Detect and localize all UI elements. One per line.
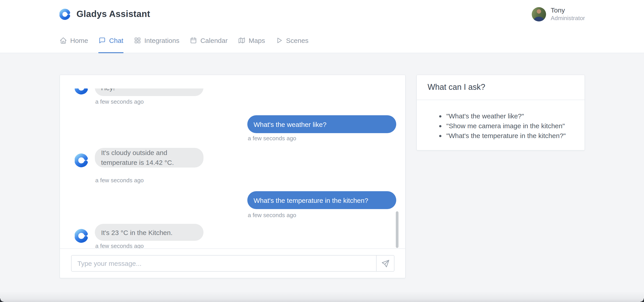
suggestion-item: "What's the weather like?" xyxy=(446,111,574,121)
suggestion-item: "Show me camera image in the kitchen" xyxy=(446,121,574,131)
send-button[interactable] xyxy=(376,256,394,271)
home-icon xyxy=(60,37,67,44)
nav-item-label: Home xyxy=(70,37,88,44)
help-card-title: What can I ask? xyxy=(428,83,485,92)
map-icon xyxy=(238,37,246,44)
app-header: Gladys Assistant Tony Administrator xyxy=(0,0,644,28)
bottom-left-corner xyxy=(0,299,4,302)
nav-item-label: Maps xyxy=(249,37,265,44)
chat-card: Hey!a few seconds agoWhat's the weather … xyxy=(60,75,406,278)
message-assistant: It's 23 °C in the Kitchen.a few seconds … xyxy=(60,88,405,248)
nav-item-label: Calendar xyxy=(200,37,228,44)
user-avatar xyxy=(532,7,546,21)
scenes-icon xyxy=(275,37,283,44)
suggestion-list: "What's the weather like?""Show me camer… xyxy=(428,111,574,141)
user-profile-text: Tony Administrator xyxy=(551,6,585,22)
send-icon xyxy=(381,259,390,268)
user-profile[interactable]: Tony Administrator xyxy=(532,0,585,28)
message-time: a few seconds ago xyxy=(95,243,144,249)
assistant-avatar-gladys-logo-icon xyxy=(75,229,89,243)
main-nav: HomeChatIntegrationsCalendarMapsScenes xyxy=(0,28,644,53)
bottom-right-corner xyxy=(640,299,644,302)
app-window: Gladys Assistant Tony Administrator Home… xyxy=(0,0,644,302)
message-composer xyxy=(71,255,394,272)
nav-item-calendar[interactable]: Calendar xyxy=(190,28,228,53)
bottom-shadow xyxy=(0,291,644,302)
chat-icon xyxy=(98,37,106,44)
help-card-header: What can I ask? xyxy=(417,75,584,100)
nav-item-label: Chat xyxy=(109,37,123,44)
message-input[interactable] xyxy=(72,256,376,271)
nav-item-chat[interactable]: Chat xyxy=(98,28,123,53)
help-card-body: "What's the weather like?""Show me camer… xyxy=(417,100,584,141)
nav-item-home[interactable]: Home xyxy=(60,28,88,53)
apps-icon xyxy=(134,37,141,44)
help-card: What can I ask? "What's the weather like… xyxy=(416,75,585,151)
app-title: Gladys Assistant xyxy=(76,9,150,19)
gladys-logo-icon xyxy=(60,8,71,20)
user-role: Administrator xyxy=(551,15,585,22)
nav-item-label: Integrations xyxy=(144,37,179,44)
suggestion-item: "What's the temperature in the kitchen?" xyxy=(446,131,574,141)
message-bubble: It's 23 °C in the Kitchen. xyxy=(95,224,204,241)
brand-link[interactable]: Gladys Assistant xyxy=(60,0,150,28)
nav-item-integrations[interactable]: Integrations xyxy=(134,28,179,53)
nav-item-scenes[interactable]: Scenes xyxy=(275,28,308,53)
calendar-icon xyxy=(190,37,197,44)
nav-item-maps[interactable]: Maps xyxy=(238,28,265,53)
nav-item-label: Scenes xyxy=(286,37,308,44)
messages-list: Hey!a few seconds agoWhat's the weather … xyxy=(60,88,405,249)
user-name: Tony xyxy=(551,6,585,15)
